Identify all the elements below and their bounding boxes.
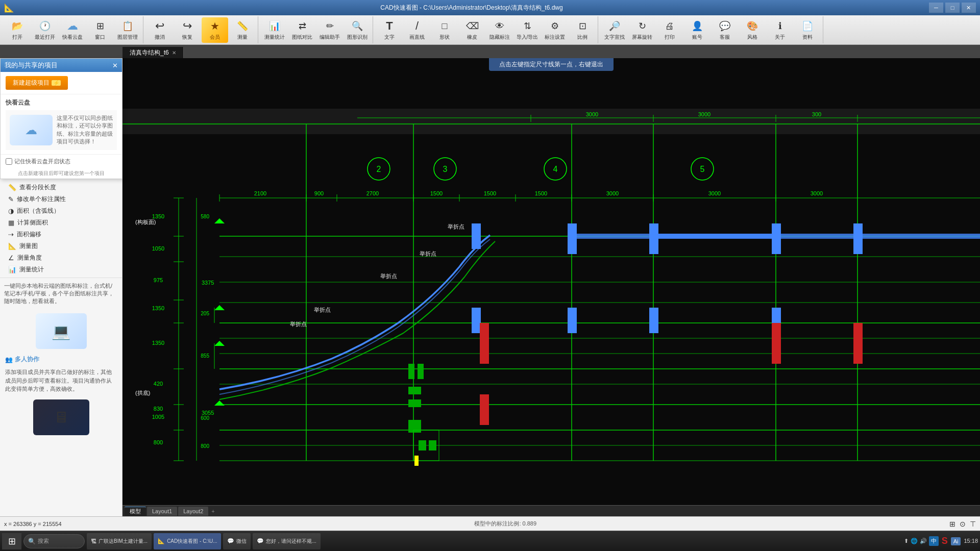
svg-rect-61 <box>472 308 481 333</box>
sidebar-item-measure-diagram[interactable]: 📐 测量图 <box>0 240 122 252</box>
model-tab-model[interactable]: 模型 <box>125 507 146 516</box>
shape-button[interactable]: □ 形状 <box>431 17 458 43</box>
window-button[interactable]: ⊞ 窗口 <box>87 17 113 43</box>
wechat-label: 微信 <box>236 538 247 545</box>
cloud-button[interactable]: ☁ 快看云盘 <box>59 17 86 43</box>
stats-button[interactable]: 📊 测量统计 <box>261 17 288 43</box>
taskbar-search[interactable]: 🔍 搜索 <box>23 534 85 548</box>
taskbar-left: ⊞ 🔍 搜索 🏗 广联达BIM土建计量... 📐 CAD快速看图 - C:\U.… <box>2 533 321 549</box>
taskbar-btn-chat[interactable]: 💬 您好，请问还样不规... <box>253 533 320 549</box>
line-button[interactable]: / 画直线 <box>404 17 430 43</box>
ime-indicator[interactable]: 中 <box>929 536 939 546</box>
editor-button[interactable]: ✏ 编辑助手 <box>316 17 343 43</box>
about-label: 关于 <box>775 34 785 41</box>
scale-button[interactable]: ⊡ 比例 <box>569 17 596 43</box>
eraser-button[interactable]: ⌫ 橡皮 <box>459 17 485 43</box>
hide-annotation-label: 隐藏标注 <box>489 34 510 41</box>
taskbar-btn-bim[interactable]: 🏗 广联达BIM土建计量... <box>87 533 152 549</box>
sidebar-item-measure-stats[interactable]: 📊 测量统计 <box>0 264 122 276</box>
taskbar-btn-cad[interactable]: 📐 CAD快速看图 - C:\U... <box>154 533 221 549</box>
shape-icon: □ <box>437 19 452 33</box>
layer-button[interactable]: 📋 图层管理 <box>114 17 141 43</box>
annotation-settings-button[interactable]: ⚙ 标注设置 <box>542 17 568 43</box>
sidebar-item-modify-attr[interactable]: ✎ 修改单个标注属性 <box>0 193 122 205</box>
cloud-label: 快看云盘 <box>62 34 83 41</box>
sidebar-item-area-offset[interactable]: ⇢ 面积偏移 <box>0 229 122 240</box>
taskbar-right: ⬆ 🌐 🔊 中 S Ai 15:18 <box>904 536 978 546</box>
remember-checkbox[interactable] <box>6 158 12 165</box>
sidebar-item-side-area[interactable]: ▦ 计算侧面积 <box>0 217 122 229</box>
sidebar-item-angle[interactable]: ∠ 测量角度 <box>0 252 122 264</box>
cloud-illustration: ☁ 这里不仅可以同步图纸和标注，还可以分享图纸、标注大容量的超级项目可供选择！ <box>6 110 117 150</box>
side-area-icon: ▦ <box>8 219 14 227</box>
text-search-button[interactable]: 🔎 文字宣找 <box>601 17 628 43</box>
materials-button[interactable]: 📄 资料 <box>794 17 821 43</box>
bim-label: 广联达BIM土建计量... <box>99 538 148 545</box>
taskbar-btn-wechat[interactable]: 💬 微信 <box>223 533 251 549</box>
svg-rect-0 <box>122 109 980 466</box>
cloud-panel-close-icon[interactable]: ✕ <box>112 62 118 69</box>
svg-text:1500: 1500 <box>484 190 496 196</box>
account-button[interactable]: 👤 账号 <box>684 17 710 43</box>
svg-rect-59 <box>857 234 980 239</box>
svg-text:(拱底): (拱底) <box>135 390 150 396</box>
compare-button[interactable]: ⇄ 图纸对比 <box>289 17 315 43</box>
chat-label: 您好，请问还样不规... <box>266 538 316 545</box>
recent-button[interactable]: 🕐 最近打开 <box>32 17 58 43</box>
restore-button[interactable]: □ <box>945 3 960 13</box>
redo-button[interactable]: ↪ 恢复 <box>174 17 201 43</box>
import-export-button[interactable]: ⇅ 导入/导出 <box>514 17 541 43</box>
support-button[interactable]: 💬 客服 <box>712 17 738 43</box>
undo-icon: ↩ <box>153 19 167 33</box>
window-label: 窗口 <box>95 34 105 41</box>
model-tab-layout2[interactable]: Layout2 <box>178 507 208 516</box>
tab-drawing[interactable]: 清真寺结构_t6 ✕ <box>122 47 184 58</box>
svg-text:3: 3 <box>443 165 448 173</box>
text-button[interactable]: T 文字 <box>376 17 403 43</box>
svg-text:420: 420 <box>154 381 163 387</box>
svg-text:800: 800 <box>201 443 209 449</box>
time-display: 15:18 <box>964 537 978 544</box>
sidebar-item-segment[interactable]: 📏 查看分段长度 <box>0 182 122 193</box>
minimize-button[interactable]: ─ <box>929 3 943 13</box>
chat-icon: 💬 <box>257 538 264 544</box>
theme-icon: 🎨 <box>745 19 760 33</box>
undo-button[interactable]: ↩ 撤消 <box>146 17 173 43</box>
print-button[interactable]: 🖨 打印 <box>656 17 683 43</box>
measure-button[interactable]: 📏 测量 <box>229 17 256 43</box>
canvas-area[interactable]: 点击左键指定尺寸线第一点，右键退出 2 3 4 5 <box>122 58 980 516</box>
editor-label: 编辑助手 <box>320 34 340 41</box>
side-area-label: 计算侧面积 <box>17 218 48 227</box>
cloud-panel-title: 我的与共享的项目 <box>5 61 58 70</box>
hide-annotation-button[interactable]: 👁 隐藏标注 <box>486 17 513 43</box>
add-layout-icon[interactable]: + <box>211 508 214 514</box>
rotate-button[interactable]: ↻ 屏幕旋转 <box>629 17 655 43</box>
cloud-section-title: 快看云盘 <box>6 98 117 107</box>
tab-bar: 清真寺结构_t6 ✕ <box>0 45 980 58</box>
svg-text:2: 2 <box>377 165 381 173</box>
search-icon: 🔍 <box>28 538 36 545</box>
sidebar-item-area-arc[interactable]: ◑ 面积（含弧线） <box>0 205 122 217</box>
svg-text:3000: 3000 <box>586 111 598 117</box>
ortho-icon[interactable]: ⊤ <box>970 520 976 528</box>
start-button[interactable]: ⊞ <box>2 533 21 549</box>
theme-button[interactable]: 🎨 风格 <box>739 17 766 43</box>
print-label: 打印 <box>665 34 675 41</box>
grid-icon[interactable]: ⊞ <box>949 520 955 528</box>
cad-drawing[interactable]: 2 3 4 5 3000 3000 300 2100 900 2700 <box>122 58 980 516</box>
bim-icon: 🏗 <box>91 538 96 544</box>
collab-label: 多人协作 <box>15 355 39 364</box>
tab-close-icon[interactable]: ✕ <box>172 50 176 56</box>
vip-button[interactable]: ★ 会员 <box>202 17 228 43</box>
recent-icon: 🕐 <box>38 19 52 33</box>
svg-text:975: 975 <box>154 277 163 283</box>
window-icon: ⊞ <box>93 19 107 33</box>
segment-label: 查看分段长度 <box>19 183 56 192</box>
snap-icon[interactable]: ⊙ <box>960 520 966 528</box>
open-button[interactable]: 📂 打开 <box>4 17 31 43</box>
about-button[interactable]: ℹ 关于 <box>767 17 793 43</box>
recognize-button[interactable]: 🔍 图形识别 <box>344 17 371 43</box>
close-button[interactable]: ✕ <box>962 3 976 13</box>
model-tab-layout1[interactable]: Layout1 <box>147 507 177 516</box>
new-project-button[interactable]: 新建超级项目 ⚡ <box>6 76 68 90</box>
